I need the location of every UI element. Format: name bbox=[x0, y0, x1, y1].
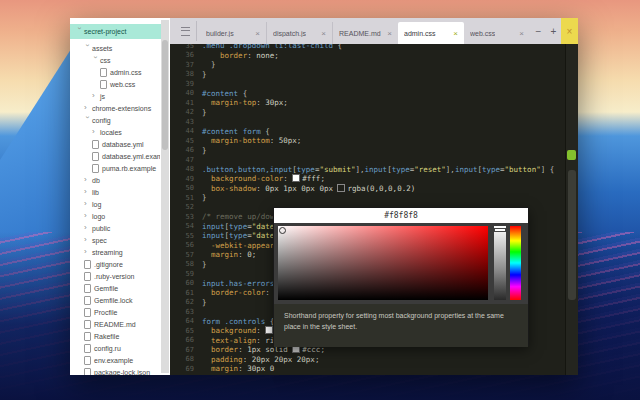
sidebar-item-log[interactable]: ›log bbox=[70, 198, 160, 210]
sidebar-item-config[interactable]: ›config bbox=[70, 114, 160, 126]
hue-slider[interactable] bbox=[510, 226, 521, 300]
tab-close-icon[interactable]: × bbox=[321, 29, 326, 38]
sidebar-item-css[interactable]: ›css bbox=[70, 54, 160, 66]
tab-web.css[interactable]: web.css× bbox=[464, 22, 530, 44]
code-text: margin-bottom: 50px; bbox=[202, 136, 301, 145]
line-number: 45 bbox=[170, 137, 202, 145]
sidebar-item-database.yml[interactable]: database.yml bbox=[70, 138, 160, 150]
sidebar-item-Gemfile[interactable]: Gemfile bbox=[70, 282, 160, 294]
tree-label: .gitignore bbox=[94, 261, 123, 268]
tooltip-line-2: place in the style sheet. bbox=[284, 321, 518, 332]
sidebar-item-puma.rb.example[interactable]: puma.rb.example bbox=[70, 162, 160, 174]
tree-label: lib bbox=[92, 189, 99, 196]
sidebar-item-Procfile[interactable]: Procfile bbox=[70, 306, 160, 318]
sidebar: ›secret-project›assets›cssadmin.cssweb.c… bbox=[70, 18, 170, 375]
sidebar-item-public[interactable]: ›public bbox=[70, 222, 160, 234]
chevron-right-icon: › bbox=[84, 212, 91, 219]
tab-label: admin.css bbox=[404, 30, 436, 37]
color-swatch bbox=[337, 184, 345, 192]
line-number: 50 bbox=[170, 184, 202, 192]
sidebar-item-.gitignore[interactable]: .gitignore bbox=[70, 258, 160, 270]
sidebar-item-admin.css[interactable]: admin.css bbox=[70, 66, 160, 78]
line-number: 47 bbox=[170, 156, 202, 164]
editor-scrollbar-thumb[interactable] bbox=[568, 170, 576, 300]
saturation-cursor[interactable] bbox=[279, 227, 286, 234]
tab-close-icon[interactable]: × bbox=[255, 29, 260, 38]
line-number: 35 bbox=[170, 44, 202, 50]
sidebar-item-secret-project[interactable]: ›secret-project bbox=[70, 24, 167, 39]
color-picker-popup: #f8f8f8 Shorthand property for setting m… bbox=[273, 207, 529, 346]
sidebar-item-spec[interactable]: ›spec bbox=[70, 234, 160, 246]
sidebar-scrollbar[interactable] bbox=[161, 20, 169, 373]
line-number: 46 bbox=[170, 146, 202, 154]
tree-label: locales bbox=[100, 129, 122, 136]
tab-close-icon[interactable]: × bbox=[387, 29, 392, 38]
tab-builder.js[interactable]: builder.js× bbox=[200, 22, 266, 44]
sidebar-item-chrome-extensions[interactable]: ›chrome-extensions bbox=[70, 102, 160, 114]
code-text: /* remove up/dow bbox=[202, 212, 274, 221]
close-window-button[interactable]: × bbox=[561, 18, 578, 44]
sidebar-item-assets[interactable]: ›assets bbox=[70, 42, 160, 54]
hamburger-icon bbox=[181, 27, 190, 36]
sidebar-item-db[interactable]: ›db bbox=[70, 174, 160, 186]
editor-scrollbar[interactable] bbox=[565, 44, 578, 375]
file-icon bbox=[84, 320, 91, 329]
tree-label: assets bbox=[92, 45, 112, 52]
color-swatch bbox=[292, 174, 300, 182]
sidebar-item-config.ru[interactable]: config.ru bbox=[70, 342, 160, 354]
file-icon bbox=[100, 80, 107, 89]
minimize-button[interactable]: − bbox=[531, 26, 546, 37]
line-number: 53 bbox=[170, 213, 202, 221]
sidebar-item-env.example[interactable]: env.example bbox=[70, 354, 160, 366]
sidebar-item-logo[interactable]: ›logo bbox=[70, 210, 160, 222]
tab-close-icon[interactable]: × bbox=[453, 29, 458, 38]
code-line-37: 37 } bbox=[170, 60, 566, 70]
sidebar-item-js[interactable]: ›js bbox=[70, 90, 160, 102]
code-text: #content form { bbox=[202, 127, 270, 136]
sidebar-item-Gemfile.lock[interactable]: Gemfile.lock bbox=[70, 294, 160, 306]
sidebar-item-lib[interactable]: ›lib bbox=[70, 186, 160, 198]
file-tree: ›secret-project›assets›cssadmin.cssweb.c… bbox=[70, 24, 160, 375]
menu-button[interactable] bbox=[174, 21, 197, 41]
tab-dispatch.js[interactable]: dispatch.js× bbox=[266, 22, 332, 44]
line-number: 64 bbox=[170, 317, 202, 325]
line-number: 59 bbox=[170, 270, 202, 278]
file-icon bbox=[84, 332, 91, 341]
tab-close-icon[interactable]: × bbox=[519, 29, 524, 38]
tab-strip: builder.js×dispatch.js×README.md×admin.c… bbox=[200, 22, 530, 44]
brightness-slider[interactable] bbox=[494, 226, 506, 300]
editor-window: builder.js×dispatch.js×README.md×admin.c… bbox=[70, 18, 578, 375]
code-text: .menu .dropdown li:last-child { bbox=[202, 44, 342, 50]
line-number: 52 bbox=[170, 203, 202, 211]
tab-README.md[interactable]: README.md× bbox=[332, 22, 398, 44]
sidebar-item-streaming[interactable]: ›streaming bbox=[70, 246, 160, 258]
sidebar-item-.ruby-version[interactable]: .ruby-version bbox=[70, 270, 160, 282]
brightness-slider-thumb[interactable] bbox=[494, 228, 506, 232]
line-number: 56 bbox=[170, 241, 202, 249]
sidebar-item-web.css[interactable]: web.css bbox=[70, 78, 160, 90]
sidebar-scrollbar-thumb[interactable] bbox=[162, 40, 168, 150]
chevron-right-icon: › bbox=[84, 188, 91, 195]
tree-label: package-lock.json bbox=[94, 369, 150, 376]
window-controls: − + × bbox=[531, 18, 578, 44]
code-text: margin: 30px 0 bbox=[202, 364, 274, 373]
maximize-button[interactable]: + bbox=[546, 26, 561, 37]
sidebar-item-database.yml.example[interactable]: database.yml.example bbox=[70, 150, 160, 162]
sidebar-item-package-lock.json[interactable]: package-lock.json bbox=[70, 366, 160, 375]
sidebar-item-README.md[interactable]: README.md bbox=[70, 318, 160, 330]
tree-label: secret-project bbox=[84, 28, 126, 35]
sidebar-item-locales[interactable]: ›locales bbox=[70, 126, 160, 138]
tab-admin.css[interactable]: admin.css× bbox=[398, 22, 464, 44]
sidebar-item-Rakefile[interactable]: Rakefile bbox=[70, 330, 160, 342]
code-text: input.has-errors bbox=[202, 279, 274, 288]
code-line-48: 48.button,button,input[type="submit"],in… bbox=[170, 165, 566, 175]
tree-label: Procfile bbox=[94, 309, 117, 316]
tree-label: chrome-extensions bbox=[92, 105, 151, 112]
tree-label: Gemfile bbox=[94, 285, 118, 292]
hex-value-field[interactable]: #f8f8f8 bbox=[274, 208, 528, 224]
saturation-square[interactable] bbox=[278, 226, 488, 300]
line-number: 54 bbox=[170, 222, 202, 230]
chevron-right-icon: › bbox=[84, 176, 91, 183]
code-line-45: 45 margin-bottom: 50px; bbox=[170, 136, 566, 146]
file-icon bbox=[84, 284, 91, 293]
